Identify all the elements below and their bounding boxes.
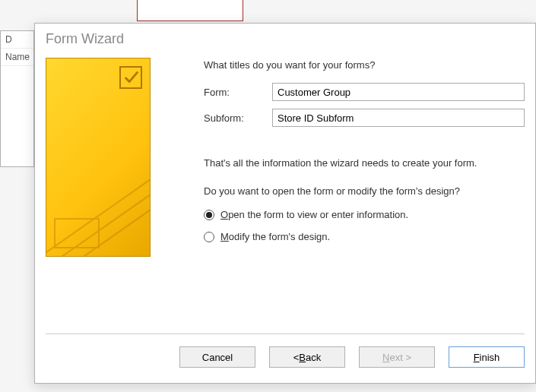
checkmark-icon	[119, 66, 142, 89]
wizard-button-row: Cancel < Back Next > Finish	[35, 334, 535, 383]
open-or-modify-question: Do you want to open the form or modify t…	[204, 185, 525, 197]
cancel-button[interactable]: Cancel	[179, 346, 255, 368]
background-toolbar-box	[137, 0, 243, 21]
form-title-input[interactable]	[272, 83, 525, 101]
background-row: D	[1, 31, 33, 49]
wizard-illustration	[46, 58, 182, 334]
titles-question: What titles do you want for your forms?	[204, 59, 525, 71]
finish-button[interactable]: Finish	[449, 346, 525, 368]
option-open-label: Open the form to view or enter informati…	[220, 209, 408, 220]
subform-label: Subform:	[204, 112, 272, 124]
radio-icon	[204, 210, 214, 220]
dialog-title: Form Wizard	[35, 24, 535, 52]
next-button: Next >	[359, 346, 435, 368]
back-button[interactable]: < Back	[269, 346, 345, 368]
option-modify-label: Modify the form's design.	[220, 231, 330, 242]
option-modify-design[interactable]: Modify the form's design.	[204, 231, 525, 242]
background-panel: D Name	[0, 30, 34, 167]
option-open-form[interactable]: Open the form to view or enter informati…	[204, 209, 525, 220]
subform-title-input[interactable]	[272, 109, 525, 127]
form-label: Form:	[204, 87, 272, 98]
info-text-complete: That's all the information the wizard ne…	[204, 157, 525, 169]
radio-icon	[204, 232, 214, 242]
background-row: Name	[1, 49, 33, 66]
form-wizard-dialog: Form Wizard What titles do you want for …	[34, 23, 536, 384]
